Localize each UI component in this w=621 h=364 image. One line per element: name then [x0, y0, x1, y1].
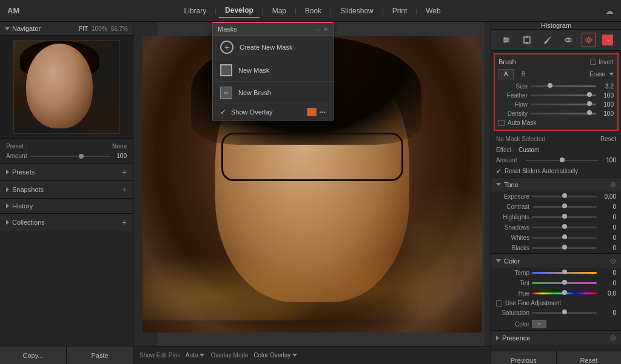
bottom-toolbar: Show Edit Pins : Auto Overlay Mode : Col… — [133, 346, 491, 364]
brush-tab-a[interactable]: A — [498, 69, 514, 79]
menu-book[interactable]: Book — [299, 4, 327, 18]
highlights-slider[interactable] — [532, 216, 597, 218]
snapshots-add-icon[interactable]: + — [122, 185, 127, 194]
brush-density-slider[interactable] — [530, 113, 596, 114]
presets-header[interactable]: Presets + — [0, 164, 133, 180]
navigator-zoom1[interactable]: 100% — [92, 25, 107, 32]
presets-add-icon[interactable]: + — [122, 167, 127, 177]
histogram-section: Histogram — [491, 22, 621, 30]
left-panel: Navigator FIT 100% 66.7% Preset : None A… — [0, 22, 133, 364]
temp-row: Temp 0 — [491, 268, 621, 278]
presets-collapse-icon — [6, 170, 9, 174]
red-action-button[interactable]: → — [602, 35, 613, 45]
whites-row: Whites 0 — [491, 233, 621, 243]
right-reset-button[interactable]: Reset — [557, 351, 622, 364]
brush-tool-icon[interactable] — [540, 33, 555, 47]
new-mask-item[interactable]: New Mask — [213, 59, 333, 82]
brush-flow-slider[interactable] — [530, 104, 596, 105]
history-header[interactable]: History — [0, 199, 133, 213]
menu-web[interactable]: Web — [420, 4, 446, 18]
mask-reset-button[interactable]: Reset — [600, 136, 616, 142]
brush-feather-slider[interactable] — [530, 94, 596, 96]
menu-sep-5: | — [381, 7, 385, 15]
brush-size-value: 3.2 — [599, 83, 614, 90]
menu-print[interactable]: Print — [386, 4, 414, 18]
brush-invert-checkbox[interactable] — [590, 59, 596, 65]
tone-eye-icon[interactable]: ◎ — [610, 180, 616, 188]
overlay-color-controls: ••• — [307, 108, 326, 116]
tone-header[interactable]: Tone ◎ — [491, 177, 621, 191]
exposure-slider[interactable] — [532, 196, 597, 197]
transform-tool-icon[interactable] — [520, 33, 534, 47]
sliders-tool-icon[interactable] — [499, 33, 514, 47]
contrast-slider[interactable] — [532, 206, 597, 208]
collections-add-icon[interactable]: + — [122, 217, 127, 227]
amount-slider[interactable] — [526, 160, 599, 161]
color-label: Color — [496, 321, 529, 328]
auto-dropdown[interactable]: Auto — [186, 352, 198, 359]
shadows-slider[interactable] — [532, 227, 597, 228]
auto-mask-checkbox[interactable] — [498, 120, 505, 126]
overlay-more-icon[interactable]: ••• — [319, 109, 326, 116]
navigator-fit[interactable]: FIT — [79, 25, 88, 32]
color-swap-icon[interactable]: ⇄ — [532, 320, 546, 328]
navigator-thumbnail[interactable] — [13, 40, 119, 134]
tint-label: Tint — [496, 280, 529, 286]
photo-container[interactable]: Masks — ✕ + Create New Mask New Mask — [133, 22, 491, 346]
nav-face — [26, 44, 93, 128]
brush-flow-row: Flow 100 — [498, 101, 614, 108]
menu-library[interactable]: Library — [178, 4, 213, 18]
color-eye-icon[interactable]: ◎ — [610, 257, 616, 265]
brush-tab-b[interactable]: B — [516, 69, 531, 79]
brush-flow-thumb — [587, 101, 592, 106]
exposure-row: Exposure 0,00 — [491, 191, 621, 202]
brush-title: Brush — [498, 58, 516, 65]
right-spacer — [491, 345, 621, 351]
fine-adj-checkbox[interactable] — [496, 300, 502, 306]
copy-button[interactable]: Copy... — [0, 346, 67, 364]
overlay-color-swatch[interactable] — [307, 108, 317, 116]
reset-sliders-check[interactable]: ✓ — [496, 167, 502, 175]
menu-map[interactable]: Map — [266, 4, 292, 18]
tint-thumb — [562, 280, 567, 285]
brush-erase-label[interactable]: Erase — [589, 71, 605, 78]
gear-tool-icon[interactable] — [582, 33, 596, 47]
show-overlay-check[interactable]: ✓ — [220, 108, 226, 116]
whites-label: Whites — [496, 234, 529, 241]
brush-feather-value: 100 — [599, 92, 614, 99]
photo-bokeh — [143, 199, 482, 320]
tone-section: Tone ◎ Exposure 0,00 Contrast 0 Highligh… — [491, 177, 621, 253]
preset-amount-slider[interactable] — [30, 156, 111, 157]
snapshots-header[interactable]: Snapshots + — [0, 181, 133, 198]
color-header[interactable]: Color ◎ — [491, 254, 621, 268]
blacks-slider[interactable] — [532, 247, 597, 249]
preset-amount-value: 100 — [115, 153, 127, 159]
masks-popup-controls: — ✕ — [315, 26, 328, 33]
menu-develop[interactable]: Develop — [219, 4, 260, 18]
presets-title: Presets — [6, 168, 35, 176]
eye-tool-icon[interactable] — [561, 33, 576, 47]
brush-size-slider[interactable] — [530, 85, 596, 87]
masks-close-icon[interactable]: — ✕ — [315, 26, 328, 33]
color-overlay-dropdown[interactable]: Color Overlay — [253, 352, 290, 359]
tint-slider[interactable] — [532, 282, 597, 284]
saturation-slider[interactable] — [532, 312, 597, 314]
previous-button[interactable]: Previous — [491, 351, 557, 364]
create-new-mask-item[interactable]: + Create New Mask — [213, 36, 333, 59]
reset-sliders-label: Reset Sliders Automatically — [505, 168, 578, 174]
collections-header[interactable]: Collections + — [0, 214, 133, 231]
presence-header[interactable]: Presence ◎ — [491, 331, 621, 345]
color-collapse-icon — [496, 259, 501, 262]
menu-slideshow[interactable]: Slideshow — [334, 4, 380, 18]
auto-mask-label: Auto Mask — [508, 119, 536, 126]
navigator-zoom2[interactable]: 66.7% — [111, 25, 128, 32]
hue-slider[interactable] — [532, 293, 597, 294]
effect-value[interactable]: Custom — [519, 147, 539, 153]
paste-button[interactable]: Paste — [67, 346, 133, 364]
tone-collapse-icon — [496, 183, 501, 186]
whites-slider[interactable] — [532, 237, 597, 239]
temp-slider[interactable] — [532, 272, 597, 274]
new-brush-item[interactable]: ✏ New Brush — [213, 82, 333, 104]
cloud-icon[interactable]: ☁ — [605, 6, 614, 16]
presence-eye-icon[interactable]: ◎ — [610, 334, 616, 342]
